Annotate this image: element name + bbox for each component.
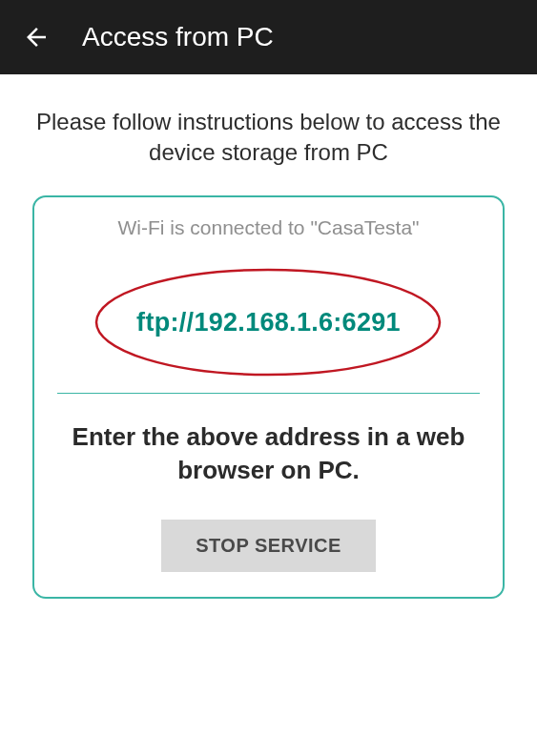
browser-hint-text: Enter the above address in a web browser… bbox=[34, 420, 503, 487]
app-header: Access from PC bbox=[0, 0, 537, 74]
stop-service-button[interactable]: STOP SERVICE bbox=[161, 520, 376, 572]
card-divider bbox=[57, 393, 480, 394]
arrow-back-icon bbox=[22, 23, 51, 51]
ftp-address-container: ftp://192.168.1.6:6291 bbox=[136, 308, 401, 337]
page-title: Access from PC bbox=[82, 22, 274, 52]
ftp-address-text: ftp://192.168.1.6:6291 bbox=[136, 308, 401, 337]
connection-card: Wi-Fi is connected to "CasaTesta" ftp://… bbox=[32, 195, 505, 599]
wifi-status-text: Wi-Fi is connected to "CasaTesta" bbox=[34, 216, 503, 239]
back-button[interactable] bbox=[17, 18, 55, 56]
instructions-text: Please follow instructions below to acce… bbox=[0, 74, 537, 195]
